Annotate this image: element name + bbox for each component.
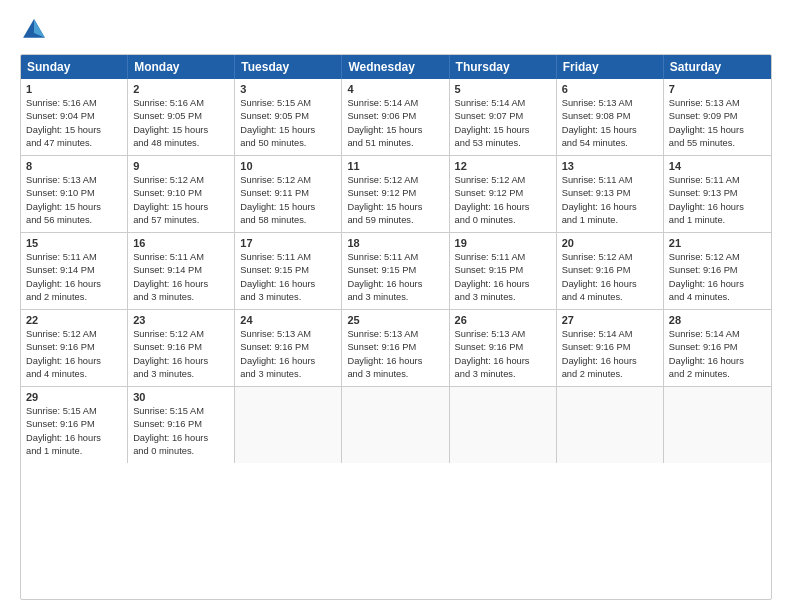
- calendar-row-3: 15Sunrise: 5:11 AMSunset: 9:14 PMDayligh…: [21, 233, 771, 310]
- day-number: 21: [669, 237, 766, 249]
- day-number: 4: [347, 83, 443, 95]
- day-cell-5: 5Sunrise: 5:14 AMSunset: 9:07 PMDaylight…: [450, 79, 557, 155]
- header-day-sunday: Sunday: [21, 55, 128, 79]
- day-number: 1: [26, 83, 122, 95]
- calendar-row-5: 29Sunrise: 5:15 AMSunset: 9:16 PMDayligh…: [21, 387, 771, 463]
- day-cell-11: 11Sunrise: 5:12 AMSunset: 9:12 PMDayligh…: [342, 156, 449, 232]
- cell-content: Sunrise: 5:14 AMSunset: 9:07 PMDaylight:…: [455, 97, 551, 151]
- empty-cell: [664, 387, 771, 463]
- day-cell-12: 12Sunrise: 5:12 AMSunset: 9:12 PMDayligh…: [450, 156, 557, 232]
- cell-content: Sunrise: 5:11 AMSunset: 9:13 PMDaylight:…: [669, 174, 766, 228]
- empty-cell: [235, 387, 342, 463]
- day-number: 28: [669, 314, 766, 326]
- day-number: 9: [133, 160, 229, 172]
- day-number: 25: [347, 314, 443, 326]
- day-cell-30: 30Sunrise: 5:15 AMSunset: 9:16 PMDayligh…: [128, 387, 235, 463]
- cell-content: Sunrise: 5:11 AMSunset: 9:13 PMDaylight:…: [562, 174, 658, 228]
- day-number: 12: [455, 160, 551, 172]
- cell-content: Sunrise: 5:13 AMSunset: 9:16 PMDaylight:…: [455, 328, 551, 382]
- day-cell-21: 21Sunrise: 5:12 AMSunset: 9:16 PMDayligh…: [664, 233, 771, 309]
- day-number: 7: [669, 83, 766, 95]
- cell-content: Sunrise: 5:12 AMSunset: 9:11 PMDaylight:…: [240, 174, 336, 228]
- cell-content: Sunrise: 5:13 AMSunset: 9:16 PMDaylight:…: [240, 328, 336, 382]
- cell-content: Sunrise: 5:16 AMSunset: 9:05 PMDaylight:…: [133, 97, 229, 151]
- logo: [20, 16, 52, 44]
- header-day-wednesday: Wednesday: [342, 55, 449, 79]
- day-number: 30: [133, 391, 229, 403]
- day-number: 22: [26, 314, 122, 326]
- cell-content: Sunrise: 5:11 AMSunset: 9:15 PMDaylight:…: [455, 251, 551, 305]
- day-number: 11: [347, 160, 443, 172]
- day-cell-2: 2Sunrise: 5:16 AMSunset: 9:05 PMDaylight…: [128, 79, 235, 155]
- header-day-saturday: Saturday: [664, 55, 771, 79]
- day-cell-10: 10Sunrise: 5:12 AMSunset: 9:11 PMDayligh…: [235, 156, 342, 232]
- cell-content: Sunrise: 5:11 AMSunset: 9:15 PMDaylight:…: [240, 251, 336, 305]
- day-cell-9: 9Sunrise: 5:12 AMSunset: 9:10 PMDaylight…: [128, 156, 235, 232]
- header-day-monday: Monday: [128, 55, 235, 79]
- day-cell-29: 29Sunrise: 5:15 AMSunset: 9:16 PMDayligh…: [21, 387, 128, 463]
- day-number: 18: [347, 237, 443, 249]
- cell-content: Sunrise: 5:13 AMSunset: 9:09 PMDaylight:…: [669, 97, 766, 151]
- day-number: 29: [26, 391, 122, 403]
- day-cell-27: 27Sunrise: 5:14 AMSunset: 9:16 PMDayligh…: [557, 310, 664, 386]
- day-number: 20: [562, 237, 658, 249]
- day-cell-20: 20Sunrise: 5:12 AMSunset: 9:16 PMDayligh…: [557, 233, 664, 309]
- day-cell-15: 15Sunrise: 5:11 AMSunset: 9:14 PMDayligh…: [21, 233, 128, 309]
- day-number: 19: [455, 237, 551, 249]
- cell-content: Sunrise: 5:14 AMSunset: 9:16 PMDaylight:…: [562, 328, 658, 382]
- day-cell-3: 3Sunrise: 5:15 AMSunset: 9:05 PMDaylight…: [235, 79, 342, 155]
- empty-cell: [557, 387, 664, 463]
- day-cell-24: 24Sunrise: 5:13 AMSunset: 9:16 PMDayligh…: [235, 310, 342, 386]
- header-day-friday: Friday: [557, 55, 664, 79]
- day-number: 10: [240, 160, 336, 172]
- calendar-row-4: 22Sunrise: 5:12 AMSunset: 9:16 PMDayligh…: [21, 310, 771, 387]
- cell-content: Sunrise: 5:13 AMSunset: 9:08 PMDaylight:…: [562, 97, 658, 151]
- cell-content: Sunrise: 5:12 AMSunset: 9:10 PMDaylight:…: [133, 174, 229, 228]
- page: SundayMondayTuesdayWednesdayThursdayFrid…: [0, 0, 792, 612]
- cell-content: Sunrise: 5:12 AMSunset: 9:16 PMDaylight:…: [133, 328, 229, 382]
- cell-content: Sunrise: 5:12 AMSunset: 9:12 PMDaylight:…: [455, 174, 551, 228]
- day-number: 15: [26, 237, 122, 249]
- calendar-row-2: 8Sunrise: 5:13 AMSunset: 9:10 PMDaylight…: [21, 156, 771, 233]
- header-day-thursday: Thursday: [450, 55, 557, 79]
- day-cell-28: 28Sunrise: 5:14 AMSunset: 9:16 PMDayligh…: [664, 310, 771, 386]
- day-cell-13: 13Sunrise: 5:11 AMSunset: 9:13 PMDayligh…: [557, 156, 664, 232]
- day-cell-8: 8Sunrise: 5:13 AMSunset: 9:10 PMDaylight…: [21, 156, 128, 232]
- header-day-tuesday: Tuesday: [235, 55, 342, 79]
- day-cell-17: 17Sunrise: 5:11 AMSunset: 9:15 PMDayligh…: [235, 233, 342, 309]
- day-cell-23: 23Sunrise: 5:12 AMSunset: 9:16 PMDayligh…: [128, 310, 235, 386]
- cell-content: Sunrise: 5:11 AMSunset: 9:14 PMDaylight:…: [26, 251, 122, 305]
- calendar-body: 1Sunrise: 5:16 AMSunset: 9:04 PMDaylight…: [21, 79, 771, 463]
- cell-content: Sunrise: 5:15 AMSunset: 9:16 PMDaylight:…: [133, 405, 229, 459]
- cell-content: Sunrise: 5:11 AMSunset: 9:15 PMDaylight:…: [347, 251, 443, 305]
- day-number: 6: [562, 83, 658, 95]
- day-number: 26: [455, 314, 551, 326]
- empty-cell: [450, 387, 557, 463]
- calendar-header: SundayMondayTuesdayWednesdayThursdayFrid…: [21, 55, 771, 79]
- cell-content: Sunrise: 5:12 AMSunset: 9:16 PMDaylight:…: [562, 251, 658, 305]
- cell-content: Sunrise: 5:13 AMSunset: 9:10 PMDaylight:…: [26, 174, 122, 228]
- day-number: 2: [133, 83, 229, 95]
- day-cell-4: 4Sunrise: 5:14 AMSunset: 9:06 PMDaylight…: [342, 79, 449, 155]
- day-number: 8: [26, 160, 122, 172]
- cell-content: Sunrise: 5:11 AMSunset: 9:14 PMDaylight:…: [133, 251, 229, 305]
- cell-content: Sunrise: 5:14 AMSunset: 9:16 PMDaylight:…: [669, 328, 766, 382]
- day-number: 5: [455, 83, 551, 95]
- day-cell-25: 25Sunrise: 5:13 AMSunset: 9:16 PMDayligh…: [342, 310, 449, 386]
- day-cell-1: 1Sunrise: 5:16 AMSunset: 9:04 PMDaylight…: [21, 79, 128, 155]
- cell-content: Sunrise: 5:13 AMSunset: 9:16 PMDaylight:…: [347, 328, 443, 382]
- cell-content: Sunrise: 5:12 AMSunset: 9:12 PMDaylight:…: [347, 174, 443, 228]
- day-cell-26: 26Sunrise: 5:13 AMSunset: 9:16 PMDayligh…: [450, 310, 557, 386]
- day-number: 17: [240, 237, 336, 249]
- logo-icon: [20, 16, 48, 44]
- day-number: 16: [133, 237, 229, 249]
- cell-content: Sunrise: 5:12 AMSunset: 9:16 PMDaylight:…: [669, 251, 766, 305]
- day-number: 23: [133, 314, 229, 326]
- day-cell-14: 14Sunrise: 5:11 AMSunset: 9:13 PMDayligh…: [664, 156, 771, 232]
- day-number: 14: [669, 160, 766, 172]
- cell-content: Sunrise: 5:15 AMSunset: 9:05 PMDaylight:…: [240, 97, 336, 151]
- calendar: SundayMondayTuesdayWednesdayThursdayFrid…: [20, 54, 772, 600]
- day-cell-6: 6Sunrise: 5:13 AMSunset: 9:08 PMDaylight…: [557, 79, 664, 155]
- day-cell-22: 22Sunrise: 5:12 AMSunset: 9:16 PMDayligh…: [21, 310, 128, 386]
- empty-cell: [342, 387, 449, 463]
